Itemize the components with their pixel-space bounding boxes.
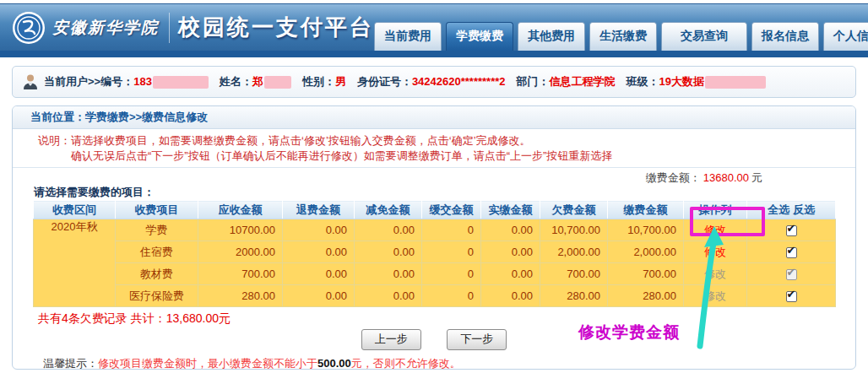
col-header-owed: 欠费金额 (540, 201, 608, 219)
modify-link[interactable]: 修改 (704, 289, 726, 302)
modify-link[interactable]: 修改 (704, 268, 726, 280)
page: 安徽新华学院 校园统一支付平台 当前费用 学费缴费 其他费用 生活缴费 交易查询… (0, 0, 868, 373)
row-checkbox[interactable]: ✔ (786, 291, 797, 302)
item-cell: 医疗保险费 (116, 285, 198, 307)
user-field-id: 编号：183 (100, 74, 209, 89)
row-checkbox[interactable]: ✔ (786, 247, 797, 258)
table-row: 住宿费 2000.00 0.00 0.00 0 0.00 2,000.00 2,… (34, 241, 836, 263)
item-cell: 住宿费 (116, 241, 198, 263)
tab-current-fees[interactable]: 当前费用 (374, 22, 442, 51)
payment-amount-unit: 元 (751, 171, 762, 184)
breadcrumb: 当前位置：学费缴费>>缴费信息修改 (13, 106, 855, 129)
platform-title: 校园统一支付平台 (178, 13, 374, 42)
user-icon (23, 73, 38, 90)
col-header-select: 全选反选 (747, 201, 836, 219)
redaction-block (705, 76, 766, 89)
fees-table: 收费区间 收费项目 应收金额 退费金额 减免金额 缓交金额 实缴金额 欠费金额 … (33, 200, 836, 307)
school-logo-icon (12, 11, 46, 45)
app-header: 安徽新华学院 校园统一支付平台 当前费用 学费缴费 其他费用 生活缴费 交易查询… (0, 3, 868, 51)
payment-amount-row: 缴费金额：13680.00元 (13, 170, 855, 184)
period-cell: 2020年秋 (34, 219, 116, 307)
payment-amount-label: 缴费金额： (646, 171, 701, 184)
invert-select-link[interactable]: 反选 (793, 203, 815, 216)
user-field-gender: 性别：男 (302, 74, 346, 89)
header-strip (0, 51, 868, 57)
main-panel: 当前位置：学费缴费>>缴费信息修改 说明：请选择收费项目，如需要调整缴费金额，请… (12, 105, 856, 370)
prev-step-button[interactable]: 上一步 (361, 329, 421, 350)
brand: 安徽新华学院 校园统一支付平台 (0, 4, 374, 51)
col-header-refund: 退费金额 (283, 201, 355, 219)
school-name: 安徽新华学院 (52, 17, 159, 39)
tab-other-fees[interactable]: 其他费用 (518, 22, 585, 51)
tab-tuition-payment[interactable]: 学费缴费 (446, 22, 513, 51)
modify-link[interactable]: 修改 (704, 246, 726, 258)
col-header-deduction: 减免金额 (355, 201, 422, 219)
table-header-row: 收费区间 收费项目 应收金额 退费金额 减免金额 缓交金额 实缴金额 欠费金额 … (34, 201, 836, 219)
item-cell: 教材费 (116, 263, 198, 285)
col-header-action: 操作列 (684, 201, 747, 219)
instructions: 说明：请选择收费项目，如需要调整缴费金额，请点击‘修改’按钮输入交费金额，点击‘… (13, 129, 855, 168)
instruction-line-1: 说明：请选择收费项目，如需要调整缴费金额，请点击‘修改’按钮输入交费金额，点击‘… (38, 133, 855, 149)
tab-personal-info[interactable]: 个人信息 (823, 22, 868, 51)
select-items-label: 请选择需要缴费的项目： (13, 185, 855, 198)
col-header-period: 收费区间 (34, 201, 116, 219)
tab-registration-info[interactable]: 报名信息 (751, 22, 819, 51)
user-field-name: 姓名：郑 (220, 74, 291, 89)
redaction-block (264, 76, 291, 89)
modify-link[interactable]: 修改 (704, 224, 726, 236)
user-prefix: 当前用户>> (44, 74, 100, 89)
payment-amount-value: 13680.00 (703, 171, 749, 184)
user-info-bar: 当前用户>> 编号：183 姓名：郑 性别：男 身份证号：34242620***… (12, 66, 856, 98)
table-row: 教材费 700.00 0.00 0.00 0 0.00 700.00 700.0… (34, 263, 836, 285)
brand-divider (169, 13, 170, 43)
col-header-item: 收费项目 (116, 201, 198, 219)
step-buttons: 上一步 下一步 (13, 329, 855, 349)
item-cell: 学费 (116, 219, 198, 241)
select-all-link[interactable]: 全选 (768, 203, 789, 216)
col-header-paid: 实缴金额 (481, 201, 540, 219)
next-step-button[interactable]: 下一步 (447, 329, 507, 350)
nav-tabs: 当前费用 学费缴费 其他费用 生活缴费 交易查询 报名信息 个人信息 退出登录 (374, 4, 868, 51)
table-row: 2020年秋 学费 10700.00 0.00 0.00 0 0.00 10,7… (34, 219, 836, 241)
row-checkbox[interactable]: ✔ (786, 269, 797, 280)
annotation-text: 修改学费金额 (578, 322, 680, 343)
table-row: 医疗保险费 280.00 0.00 0.00 0 0.00 280.00 280… (34, 285, 836, 307)
user-field-department: 部门：信息工程学院 (517, 74, 616, 89)
instruction-line-2: 确认无误后点击“下一步”按钮（订单确认后不能再进行修改）如需要调整缴费订单，请点… (38, 149, 855, 164)
col-header-deferred: 缓交金额 (422, 201, 481, 219)
user-field-class: 班级：19大数据 (627, 74, 766, 89)
warm-tip: 温馨提示：修改项目缴费金额时，最小缴费金额不能小于500.00元，否则不允许修改… (13, 356, 855, 370)
redaction-block (153, 76, 209, 89)
col-header-payment: 缴费金额 (608, 201, 684, 219)
arrears-summary: 共有4条欠费记录 共计：13,680.00元 (13, 311, 855, 326)
tab-transaction-query[interactable]: 交易查询 (661, 22, 747, 51)
user-field-id-card: 身份证号：34242620*********2 (357, 74, 506, 89)
tab-living-payment[interactable]: 生活缴费 (589, 22, 657, 51)
col-header-receivable: 应收金额 (198, 201, 283, 219)
row-checkbox[interactable]: ✔ (786, 225, 797, 236)
